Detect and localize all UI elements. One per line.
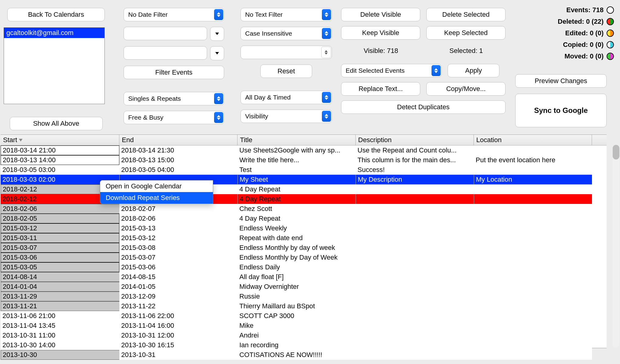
replace-text-button[interactable]: Replace Text... [341,82,420,96]
apply-button[interactable]: Apply [448,64,499,77]
table-body[interactable]: 2018-03-14 21:002018-03-14 21:30Use Shee… [1,145,607,360]
table-cell: My Description [356,175,474,184]
menu-download-repeat[interactable]: Download Repeat Series [100,192,213,204]
calendar-item-selected[interactable]: gcaltoolkit@gmail.com [4,28,104,38]
keep-visible-button[interactable]: Keep Visible [341,26,420,40]
case-mode-select[interactable]: Case Insensitive [241,27,332,40]
table-row[interactable]: 2013-11-04 13:452013-11-04 16:00Mike [1,321,607,331]
keep-selected-button[interactable]: Keep Selected [426,26,506,40]
date-filter-select[interactable]: No Date Filter [124,8,224,21]
delete-visible-button[interactable]: Delete Visible [341,8,420,21]
table-cell: Put the event location here [474,155,592,165]
table-row[interactable]: 2014-01-042014-01-05Midway Overnighter [1,282,607,292]
dropdown-button-2[interactable] [210,46,224,60]
visibility-select[interactable]: Visibility [241,110,332,123]
table-cell [356,194,474,204]
show-all-above-button[interactable]: Show All Above [10,117,103,130]
table-cell: Thierry Maillard au BSpot [238,301,356,311]
col-start[interactable]: Start [1,135,119,145]
table-cell: Midway Overnighter [238,282,356,292]
dropdown-button-1[interactable] [210,27,224,41]
table-cell [356,253,474,262]
table-row[interactable]: 2018-03-13 14:002018-03-13 15:00Write th… [1,155,607,165]
events-table[interactable]: Start End Title Description Location 201… [1,135,607,348]
table-cell [356,184,474,194]
table-row[interactable]: 2015-03-112015-03-12Repeat with date end [1,233,607,243]
table-row[interactable]: 2018-02-052018-02-064 Day Repeat [1,214,607,223]
table-row[interactable]: 2013-11-212013-11-22Thierry Maillard au … [1,301,607,311]
table-cell: 2013-11-04 16:00 [119,321,238,331]
numeric-input[interactable] [241,46,332,59]
filter-text-input-1[interactable] [124,27,207,40]
table-row[interactable]: 2013-11-06 21:002013-11-06 22:00SCOTT CA… [1,311,607,321]
table-cell: Russie [238,292,356,301]
allday-timed-select[interactable]: All Day & Timed [241,91,332,104]
deleted-count: Deleted: 0 (22) [558,16,604,27]
table-row[interactable]: 2018-03-05 03:002018-03-05 04:00TestSucc… [1,165,607,175]
edit-selected-select[interactable]: Edit Selected Events [341,64,442,77]
menu-open-in-google[interactable]: Open in Google Calendar [100,180,213,192]
table-header[interactable]: Start End Title Description Location [1,135,607,145]
filter-text-input-2[interactable] [124,46,207,60]
detect-duplicates-button[interactable]: Detect Duplicates [341,100,506,114]
table-row[interactable]: 2018-03-03 02:00My SheetMy DescriptionMy… [1,175,607,184]
col-location[interactable]: Location [474,135,592,145]
table-row[interactable]: 2015-03-122015-03-13Endless Weekly [1,223,607,233]
table-row[interactable]: 2018-02-124 Day Repeat [1,194,607,204]
delete-selected-button[interactable]: Delete Selected [426,8,506,21]
table-row[interactable]: 2018-02-124 Day Repeat [1,184,607,194]
table-cell: 2013-10-31 [119,350,238,360]
vertical-scrollbar-thumb[interactable] [613,145,619,159]
text-filter-select[interactable]: No Text Filter [241,8,332,21]
sync-to-google-button[interactable]: Sync to Google [515,94,607,127]
col-title[interactable]: Title [238,135,356,145]
table-row[interactable]: 2013-10-31 11:002013-10-31 12:00Andrei [1,331,607,340]
context-menu[interactable]: Open in Google Calendar Download Repeat … [100,180,213,204]
table-row[interactable]: 2013-10-30 14:002013-10-30 16:15Ian reco… [1,340,607,350]
preview-changes-button[interactable]: Preview Changes [515,74,607,88]
table-row[interactable]: 2018-02-062018-02-07Chez Scott [1,204,607,214]
table-cell [474,204,592,214]
table-row[interactable]: 2015-03-052015-03-06Endless Daily [1,262,607,272]
table-cell [356,233,474,243]
table-cell [356,282,474,292]
table-row[interactable]: 2014-08-142014-08-15All day float [F] [1,272,607,282]
table-cell: 2015-03-07 [1,243,119,253]
table-row[interactable]: 2015-03-062015-03-07Endless Monthly by D… [1,253,607,262]
table-cell: 2013-10-30 14:00 [1,340,119,350]
visible-count-label: Visible: 718 [364,47,398,55]
calendar-listbox[interactable]: gcaltoolkit@gmail.com [4,27,105,104]
table-cell: 2013-11-06 22:00 [119,311,238,321]
table-cell: 2018-03-13 15:00 [119,155,238,165]
table-row[interactable]: 2013-10-302013-10-31COTISATIONS AE NOW!!… [1,350,607,360]
edited-count: Edited: 0 (0) [565,28,604,38]
table-cell [474,282,592,292]
table-cell: 2015-03-07 [119,253,238,262]
chevron-updown-icon [432,65,441,76]
reset-button[interactable]: Reset [260,65,312,78]
table-cell [474,311,592,321]
col-description[interactable]: Description [356,135,474,145]
copied-count: Copied: 0 (0) [563,40,604,50]
table-row[interactable]: 2013-11-292013-12-09Russie [1,292,607,301]
table-cell: 2018-02-06 [119,214,238,223]
edit-selected-label: Edit Selected Events [346,67,405,74]
table-cell: 2013-11-04 13:45 [1,321,119,331]
table-cell: 2015-03-08 [119,243,238,253]
col-end[interactable]: End [119,135,238,145]
singles-repeats-select[interactable]: Singles & Repeats [124,92,224,105]
table-row[interactable]: 2015-03-072015-03-08Endless Monthly by d… [1,243,607,253]
table-cell [356,204,474,214]
table-cell: Use the Repeat and Count colu... [356,145,474,155]
table-row[interactable]: 2018-03-14 21:002018-03-14 21:30Use Shee… [1,145,607,155]
vertical-scrollbar-track[interactable] [613,145,619,348]
free-busy-select[interactable]: Free & Busy [124,111,224,124]
table-cell [474,301,592,311]
table-cell: Endless Weekly [238,223,356,233]
back-to-calendars-button[interactable]: Back To Calendars [7,8,105,21]
table-cell: 2018-03-14 21:30 [119,145,238,155]
table-cell: 2013-10-30 [1,350,119,360]
copy-move-button[interactable]: Copy/Move... [426,82,506,96]
filter-events-button[interactable]: Filter Events [124,66,224,79]
pie-icon [607,53,614,60]
